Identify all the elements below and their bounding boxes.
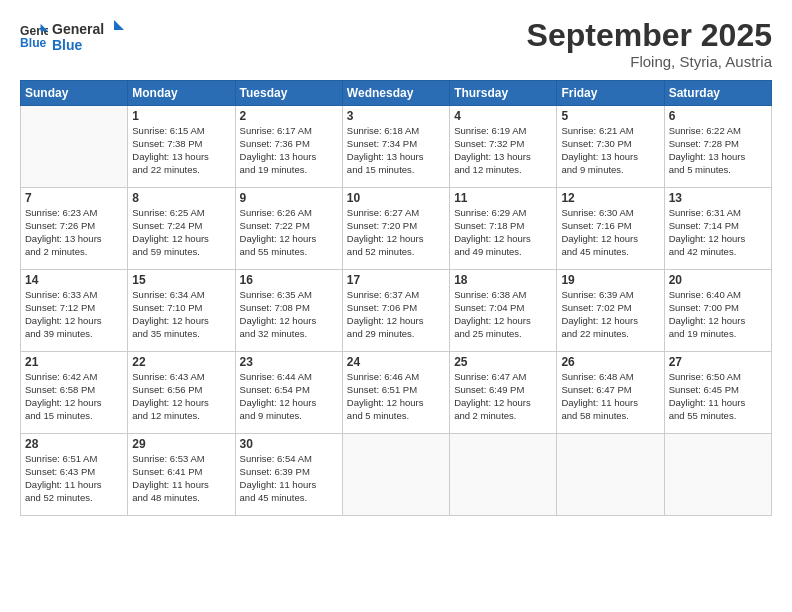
day-number: 19 xyxy=(561,273,659,287)
table-row xyxy=(557,434,664,516)
table-row: 22Sunrise: 6:43 AM Sunset: 6:56 PM Dayli… xyxy=(128,352,235,434)
day-info: Sunrise: 6:38 AM Sunset: 7:04 PM Dayligh… xyxy=(454,289,552,340)
table-row: 15Sunrise: 6:34 AM Sunset: 7:10 PM Dayli… xyxy=(128,270,235,352)
header-monday: Monday xyxy=(128,81,235,106)
day-number: 9 xyxy=(240,191,338,205)
day-number: 27 xyxy=(669,355,767,369)
day-number: 2 xyxy=(240,109,338,123)
table-row xyxy=(664,434,771,516)
header-wednesday: Wednesday xyxy=(342,81,449,106)
day-info: Sunrise: 6:27 AM Sunset: 7:20 PM Dayligh… xyxy=(347,207,445,258)
table-row: 11Sunrise: 6:29 AM Sunset: 7:18 PM Dayli… xyxy=(450,188,557,270)
day-info: Sunrise: 6:18 AM Sunset: 7:34 PM Dayligh… xyxy=(347,125,445,176)
calendar-week-row: 28Sunrise: 6:51 AM Sunset: 6:43 PM Dayli… xyxy=(21,434,772,516)
day-number: 15 xyxy=(132,273,230,287)
location-title: Floing, Styria, Austria xyxy=(527,53,772,70)
table-row: 17Sunrise: 6:37 AM Sunset: 7:06 PM Dayli… xyxy=(342,270,449,352)
calendar-week-row: 7Sunrise: 6:23 AM Sunset: 7:26 PM Daylig… xyxy=(21,188,772,270)
day-number: 11 xyxy=(454,191,552,205)
day-number: 18 xyxy=(454,273,552,287)
day-info: Sunrise: 6:43 AM Sunset: 6:56 PM Dayligh… xyxy=(132,371,230,422)
calendar-table: Sunday Monday Tuesday Wednesday Thursday… xyxy=(20,80,772,516)
day-info: Sunrise: 6:48 AM Sunset: 6:47 PM Dayligh… xyxy=(561,371,659,422)
table-row: 27Sunrise: 6:50 AM Sunset: 6:45 PM Dayli… xyxy=(664,352,771,434)
title-block: September 2025 Floing, Styria, Austria xyxy=(527,18,772,70)
table-row: 29Sunrise: 6:53 AM Sunset: 6:41 PM Dayli… xyxy=(128,434,235,516)
table-row: 26Sunrise: 6:48 AM Sunset: 6:47 PM Dayli… xyxy=(557,352,664,434)
table-row: 3Sunrise: 6:18 AM Sunset: 7:34 PM Daylig… xyxy=(342,106,449,188)
table-row xyxy=(21,106,128,188)
day-number: 29 xyxy=(132,437,230,451)
logo-icon: General Blue xyxy=(20,22,48,50)
day-number: 26 xyxy=(561,355,659,369)
svg-text:Blue: Blue xyxy=(20,36,47,50)
day-info: Sunrise: 6:54 AM Sunset: 6:39 PM Dayligh… xyxy=(240,453,338,504)
month-title: September 2025 xyxy=(527,18,772,53)
day-number: 14 xyxy=(25,273,123,287)
table-row: 19Sunrise: 6:39 AM Sunset: 7:02 PM Dayli… xyxy=(557,270,664,352)
day-info: Sunrise: 6:30 AM Sunset: 7:16 PM Dayligh… xyxy=(561,207,659,258)
table-row: 5Sunrise: 6:21 AM Sunset: 7:30 PM Daylig… xyxy=(557,106,664,188)
day-number: 25 xyxy=(454,355,552,369)
table-row: 24Sunrise: 6:46 AM Sunset: 6:51 PM Dayli… xyxy=(342,352,449,434)
table-row: 18Sunrise: 6:38 AM Sunset: 7:04 PM Dayli… xyxy=(450,270,557,352)
day-info: Sunrise: 6:46 AM Sunset: 6:51 PM Dayligh… xyxy=(347,371,445,422)
table-row: 7Sunrise: 6:23 AM Sunset: 7:26 PM Daylig… xyxy=(21,188,128,270)
table-row: 4Sunrise: 6:19 AM Sunset: 7:32 PM Daylig… xyxy=(450,106,557,188)
table-row: 6Sunrise: 6:22 AM Sunset: 7:28 PM Daylig… xyxy=(664,106,771,188)
day-info: Sunrise: 6:31 AM Sunset: 7:14 PM Dayligh… xyxy=(669,207,767,258)
table-row: 12Sunrise: 6:30 AM Sunset: 7:16 PM Dayli… xyxy=(557,188,664,270)
calendar-week-row: 21Sunrise: 6:42 AM Sunset: 6:58 PM Dayli… xyxy=(21,352,772,434)
logo: General Blue General Blue xyxy=(20,18,132,54)
table-row: 13Sunrise: 6:31 AM Sunset: 7:14 PM Dayli… xyxy=(664,188,771,270)
day-info: Sunrise: 6:15 AM Sunset: 7:38 PM Dayligh… xyxy=(132,125,230,176)
table-row: 8Sunrise: 6:25 AM Sunset: 7:24 PM Daylig… xyxy=(128,188,235,270)
day-number: 8 xyxy=(132,191,230,205)
day-info: Sunrise: 6:34 AM Sunset: 7:10 PM Dayligh… xyxy=(132,289,230,340)
table-row: 2Sunrise: 6:17 AM Sunset: 7:36 PM Daylig… xyxy=(235,106,342,188)
day-number: 13 xyxy=(669,191,767,205)
day-number: 1 xyxy=(132,109,230,123)
calendar-week-row: 14Sunrise: 6:33 AM Sunset: 7:12 PM Dayli… xyxy=(21,270,772,352)
day-info: Sunrise: 6:35 AM Sunset: 7:08 PM Dayligh… xyxy=(240,289,338,340)
day-info: Sunrise: 6:44 AM Sunset: 6:54 PM Dayligh… xyxy=(240,371,338,422)
table-row xyxy=(342,434,449,516)
day-info: Sunrise: 6:25 AM Sunset: 7:24 PM Dayligh… xyxy=(132,207,230,258)
table-row: 21Sunrise: 6:42 AM Sunset: 6:58 PM Dayli… xyxy=(21,352,128,434)
table-row: 28Sunrise: 6:51 AM Sunset: 6:43 PM Dayli… xyxy=(21,434,128,516)
day-number: 20 xyxy=(669,273,767,287)
svg-text:Blue: Blue xyxy=(52,37,83,53)
day-number: 5 xyxy=(561,109,659,123)
day-number: 10 xyxy=(347,191,445,205)
table-row: 16Sunrise: 6:35 AM Sunset: 7:08 PM Dayli… xyxy=(235,270,342,352)
calendar-header-row: Sunday Monday Tuesday Wednesday Thursday… xyxy=(21,81,772,106)
calendar-week-row: 1Sunrise: 6:15 AM Sunset: 7:38 PM Daylig… xyxy=(21,106,772,188)
table-row: 23Sunrise: 6:44 AM Sunset: 6:54 PM Dayli… xyxy=(235,352,342,434)
day-number: 30 xyxy=(240,437,338,451)
day-number: 24 xyxy=(347,355,445,369)
day-info: Sunrise: 6:50 AM Sunset: 6:45 PM Dayligh… xyxy=(669,371,767,422)
day-info: Sunrise: 6:37 AM Sunset: 7:06 PM Dayligh… xyxy=(347,289,445,340)
header-sunday: Sunday xyxy=(21,81,128,106)
table-row xyxy=(450,434,557,516)
table-row: 10Sunrise: 6:27 AM Sunset: 7:20 PM Dayli… xyxy=(342,188,449,270)
table-row: 14Sunrise: 6:33 AM Sunset: 7:12 PM Dayli… xyxy=(21,270,128,352)
day-info: Sunrise: 6:39 AM Sunset: 7:02 PM Dayligh… xyxy=(561,289,659,340)
table-row: 20Sunrise: 6:40 AM Sunset: 7:00 PM Dayli… xyxy=(664,270,771,352)
header-friday: Friday xyxy=(557,81,664,106)
table-row: 1Sunrise: 6:15 AM Sunset: 7:38 PM Daylig… xyxy=(128,106,235,188)
day-info: Sunrise: 6:23 AM Sunset: 7:26 PM Dayligh… xyxy=(25,207,123,258)
day-info: Sunrise: 6:51 AM Sunset: 6:43 PM Dayligh… xyxy=(25,453,123,504)
day-info: Sunrise: 6:19 AM Sunset: 7:32 PM Dayligh… xyxy=(454,125,552,176)
table-row: 25Sunrise: 6:47 AM Sunset: 6:49 PM Dayli… xyxy=(450,352,557,434)
day-info: Sunrise: 6:21 AM Sunset: 7:30 PM Dayligh… xyxy=(561,125,659,176)
header-saturday: Saturday xyxy=(664,81,771,106)
day-number: 6 xyxy=(669,109,767,123)
day-number: 22 xyxy=(132,355,230,369)
day-number: 7 xyxy=(25,191,123,205)
day-info: Sunrise: 6:42 AM Sunset: 6:58 PM Dayligh… xyxy=(25,371,123,422)
header-thursday: Thursday xyxy=(450,81,557,106)
day-number: 16 xyxy=(240,273,338,287)
day-number: 4 xyxy=(454,109,552,123)
day-number: 23 xyxy=(240,355,338,369)
